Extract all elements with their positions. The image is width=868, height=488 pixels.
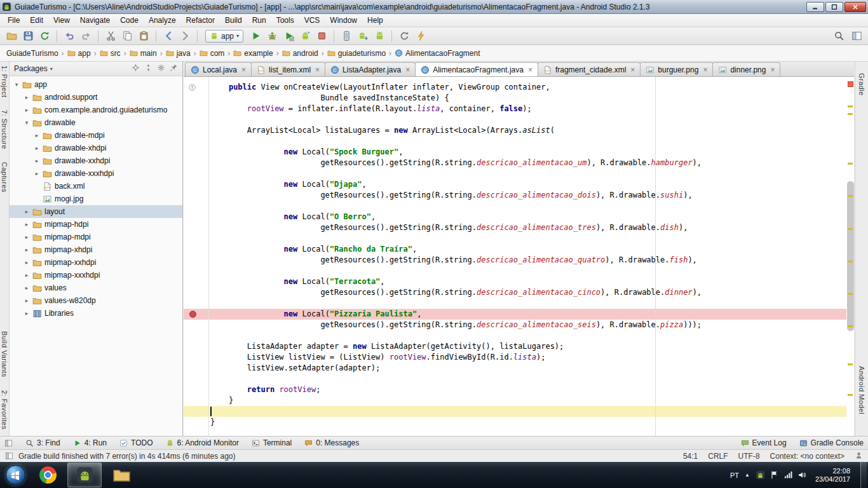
code-line-30[interactable]: }: [210, 395, 846, 406]
tree-item-mipmap-mdpi[interactable]: ▸mipmap-mdpi: [10, 231, 182, 243]
tool-window-button-event-log[interactable]: Event Log: [741, 438, 787, 447]
tab-close-icon[interactable]: ×: [315, 65, 320, 74]
chevron-collapsed-icon[interactable]: ▸: [24, 259, 30, 266]
code-line-24[interactable]: [210, 330, 846, 341]
tool-window-button-todo[interactable]: TODO: [119, 438, 153, 447]
menu-refactor[interactable]: Refactor: [181, 15, 220, 26]
tab-close-icon[interactable]: ×: [405, 65, 410, 74]
tool-window-button-0-messages[interactable]: 0: Messages: [304, 438, 359, 447]
tree-item-drawable[interactable]: ▾drawable: [10, 116, 182, 129]
sdk-manager-button[interactable]: [355, 29, 370, 44]
code-line-7[interactable]: new Local("Spock Burguer",: [210, 147, 846, 158]
breadcrumb-app[interactable]: app: [66, 48, 92, 59]
code-line-27[interactable]: listView.setAdapter(adapter);: [210, 363, 846, 374]
warning-stripe-mark[interactable]: [848, 325, 853, 327]
minimize-button[interactable]: [806, 2, 824, 12]
avd-manager-button[interactable]: [339, 29, 354, 44]
menu-run[interactable]: Run: [247, 15, 271, 26]
code-line-3[interactable]: rootView = inflater.inflate(R.layout.lis…: [210, 104, 846, 114]
chevron-expanded-icon[interactable]: ▾: [24, 119, 30, 126]
code-line-20[interactable]: getResources().getString(R.string.descri…: [210, 287, 846, 298]
tool-window-button-tool-window-switcher[interactable]: [4, 439, 13, 447]
code-line-15[interactable]: [210, 233, 846, 244]
menu-file[interactable]: File: [3, 15, 25, 26]
code-line-21[interactable]: [210, 298, 846, 309]
tree-item-com-example-android-guiadeturismo[interactable]: ▸com.example.android.guiadeturismo: [10, 104, 182, 116]
scroll-to-source-button[interactable]: [132, 64, 140, 74]
code-line-28[interactable]: [210, 374, 846, 384]
code-line-12[interactable]: [210, 201, 846, 212]
synchronize-button[interactable]: [37, 29, 52, 44]
tab-close-icon[interactable]: ×: [770, 65, 775, 74]
project-view-selector[interactable]: Packages ▾: [14, 64, 53, 73]
network-tray[interactable]: [783, 470, 793, 480]
start-button[interactable]: [1, 462, 29, 488]
code-line-29[interactable]: return rootView;: [210, 384, 846, 395]
status-crlf[interactable]: CRLF: [708, 452, 728, 461]
tree-item-mogi-jpg[interactable]: mogi.jpg: [10, 193, 182, 205]
volume-tray[interactable]: [797, 470, 807, 480]
breadcrumb-guiadeturismo[interactable]: GuiadeTurismo: [5, 48, 60, 59]
chevron-collapsed-icon[interactable]: ▸: [24, 310, 30, 316]
tool-button-android-model[interactable]: Android Model: [858, 366, 865, 414]
status-message[interactable]: Gradle build finished with 7 error(s) in…: [18, 452, 235, 461]
forward-button[interactable]: [177, 29, 193, 44]
tree-item-mipmap-hdpi[interactable]: ▸mipmap-hdpi: [10, 218, 182, 231]
breadcrumb-java[interactable]: java: [165, 48, 192, 59]
menu-vcs[interactable]: VCS: [299, 15, 325, 26]
warning-stripe-mark[interactable]: [848, 105, 853, 107]
settings-button[interactable]: [157, 64, 165, 74]
chevron-collapsed-icon[interactable]: ▸: [24, 285, 30, 291]
code-line-25[interactable]: ListaAdapter adapter = new ListaAdapter(…: [210, 341, 846, 352]
breakpoint-icon[interactable]: [189, 311, 196, 318]
collapse-all-button[interactable]: [144, 64, 153, 74]
overrides-method-gutter-icon[interactable]: [188, 83, 196, 92]
menu-help[interactable]: Help: [362, 15, 388, 26]
code-line-6[interactable]: [210, 136, 846, 147]
tree-item-mipmap-xhdpi[interactable]: ▸mipmap-xhdpi: [10, 243, 182, 256]
tool-button-1-project[interactable]: 1: Project: [1, 65, 8, 97]
chevron-collapsed-icon[interactable]: ▸: [24, 107, 30, 113]
android-device-monitor-button[interactable]: [372, 29, 387, 44]
tree-item-drawable-xxxhdpi[interactable]: ▸drawable-xxxhdpi: [10, 167, 182, 180]
editor-tab-local-java[interactable]: CLocal.java×: [185, 62, 252, 76]
code-line-16[interactable]: new Local("Rancho da Traíra",: [210, 244, 846, 255]
warning-stripe-mark[interactable]: [848, 261, 853, 262]
studio-tray-tray[interactable]: [756, 470, 765, 480]
code-line-23[interactable]: getResources().getString(R.string.descri…: [210, 320, 846, 330]
attach-debugger-to-android-process-button[interactable]: [297, 29, 313, 44]
tray-expand-icon[interactable]: ▲: [745, 472, 750, 478]
editor-tab-list-item-xml[interactable]: </>list_item.xml×: [251, 62, 325, 76]
editor-tab-dinner-png[interactable]: dinner.png×: [712, 62, 780, 76]
sync-project-with-gradle-button[interactable]: [397, 29, 412, 44]
redo-button[interactable]: [78, 29, 93, 44]
chevron-collapsed-icon[interactable]: ▸: [24, 247, 30, 253]
tree-item-drawable-xhdpi[interactable]: ▸drawable-xhdpi: [10, 142, 182, 154]
warning-stripe-mark[interactable]: [848, 113, 853, 115]
pin-button[interactable]: [170, 64, 178, 74]
close-button[interactable]: [844, 2, 866, 12]
tool-window-button-6-android-monitor[interactable]: 6: Android Monitor: [166, 438, 239, 447]
tab-close-icon[interactable]: ×: [630, 65, 635, 74]
code-editor[interactable]: public View onCreateView(LayoutInflater …: [184, 77, 854, 436]
tab-close-icon[interactable]: ×: [241, 65, 246, 74]
inspections-profile-widget[interactable]: [855, 451, 863, 461]
show-desktop-button[interactable]: [860, 462, 867, 488]
editor-tab-alimentacaofragment-java[interactable]: CAlimentacaoFragment.java×: [415, 62, 538, 76]
editor-tab-listaadapter-java[interactable]: CListaAdapter.java×: [325, 62, 416, 76]
debug-button[interactable]: [264, 29, 280, 44]
code-line-26[interactable]: ListView listView = (ListView) rootView.…: [210, 352, 846, 363]
chevron-collapsed-icon[interactable]: ▸: [24, 94, 30, 100]
editor-tab-fragment-cidade-xml[interactable]: </>fragment_cidade.xml×: [538, 62, 641, 76]
code-line-13[interactable]: new Local("O Berro",: [210, 212, 846, 222]
tab-close-icon[interactable]: ×: [703, 65, 707, 74]
warning-stripe-mark[interactable]: [848, 293, 853, 295]
code-line-14[interactable]: getResources().getString(R.string.descri…: [210, 222, 846, 233]
tree-item-mipmap-xxhdpi[interactable]: ▸mipmap-xxhdpi: [10, 256, 182, 269]
code-line-17[interactable]: getResources().getString(R.string.descri…: [210, 255, 846, 266]
tool-button-captures[interactable]: Captures: [1, 162, 8, 193]
code-line-18[interactable]: [210, 266, 846, 276]
stop-button[interactable]: [314, 29, 329, 44]
run-configuration-selector[interactable]: app▾: [205, 30, 243, 43]
back-button[interactable]: [161, 29, 176, 44]
